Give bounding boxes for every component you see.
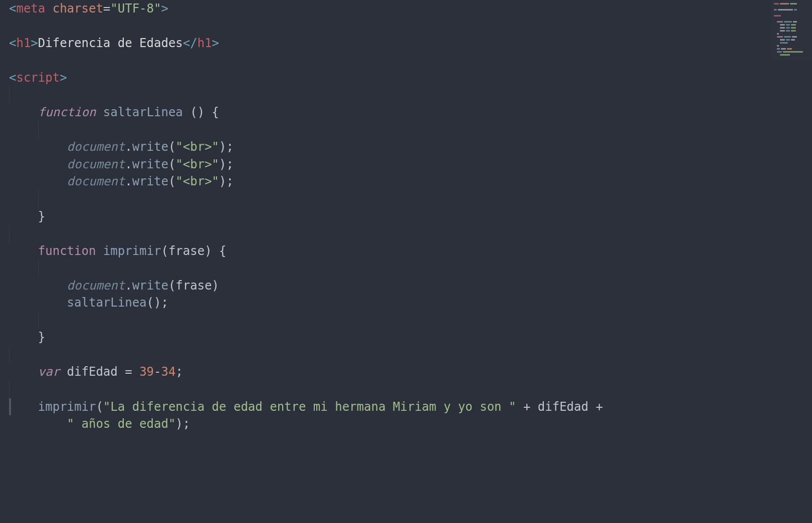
blank-line[interactable] (9, 259, 803, 277)
blank-line[interactable] (9, 381, 803, 398)
function-name: imprimir (103, 244, 161, 258)
code-line[interactable]: document.write("<br>"); (9, 173, 803, 190)
indent-guide (38, 259, 39, 277)
method-write: write (132, 140, 168, 154)
builtin-document: document (67, 140, 125, 154)
code-line[interactable]: function imprimir(frase) { (9, 242, 803, 260)
function-name: saltarLinea (103, 105, 183, 119)
h1-text: Diferencia de Edades (38, 36, 183, 50)
tag-h1: h1 (16, 36, 31, 50)
blank-line[interactable] (9, 346, 803, 364)
indent-guide (9, 225, 10, 242)
code-line[interactable]: document.write("<br>"); (9, 138, 803, 156)
var-difEdad: difEdad (67, 365, 118, 379)
blank-line[interactable] (9, 18, 803, 35)
code-line[interactable]: } (9, 329, 803, 346)
blank-line[interactable] (9, 52, 803, 70)
code-line[interactable]: <meta charset="UTF-8"> (9, 0, 803, 18)
code-line[interactable]: function saltarLinea () { (9, 104, 803, 121)
param-frase: frase (168, 244, 205, 258)
code-editor[interactable]: <meta charset="UTF-8"> <h1>Diferencia de… (0, 0, 812, 523)
indent-guide (38, 121, 39, 139)
code-line[interactable]: <script> (9, 69, 803, 87)
keyword-function: function (38, 105, 96, 119)
code-line[interactable]: imprimir("La diferencia de edad entre mi… (9, 398, 803, 416)
indent-guide (38, 190, 39, 208)
code-line[interactable]: } (9, 208, 803, 225)
code-line[interactable]: document.write(frase) (9, 277, 803, 295)
call-saltarLinea: saltarLinea (67, 296, 147, 310)
minimap-seg (774, 3, 779, 5)
keyword-function: function (38, 244, 96, 258)
code-line[interactable]: document.write("<br>"); (9, 156, 803, 173)
indent-guide (9, 381, 10, 398)
indent-guide (9, 346, 10, 364)
code-line[interactable]: <h1>Diferencia de Edades</h1> (9, 35, 803, 52)
vertical-scrollbar[interactable] (805, 0, 812, 523)
tag-meta: meta (16, 2, 45, 16)
blank-line[interactable] (9, 312, 803, 329)
tag-script: script (16, 71, 60, 85)
code-line[interactable]: " años de edad"); (9, 415, 803, 433)
code-line[interactable]: var difEdad = 39-34; (9, 363, 803, 381)
blank-line[interactable] (9, 225, 803, 242)
indent-guide (9, 87, 10, 104)
blank-line[interactable] (9, 190, 803, 208)
blank-line[interactable] (9, 121, 803, 139)
call-imprimir: imprimir (38, 400, 96, 414)
line-highlight-marker (9, 398, 11, 415)
indent-guide (38, 312, 39, 329)
blank-line[interactable] (9, 87, 803, 104)
keyword-var: var (38, 365, 60, 379)
code-line[interactable]: saltarLinea(); (9, 294, 803, 312)
